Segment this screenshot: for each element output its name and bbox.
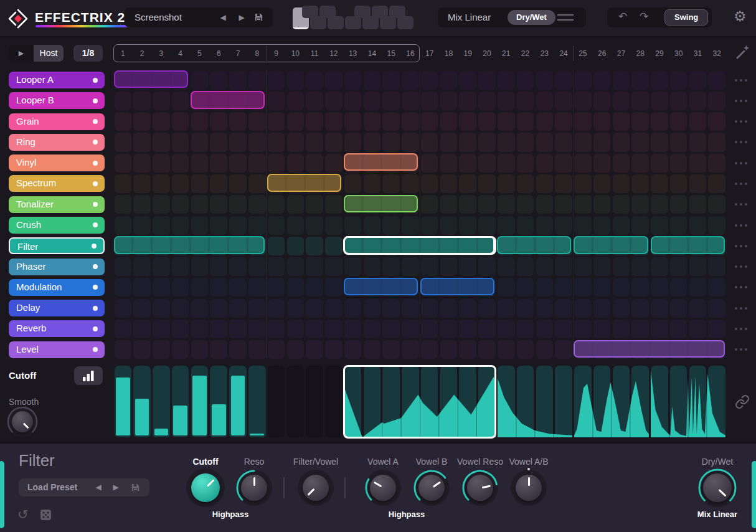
grid-cell[interactable]: [306, 237, 323, 255]
grid-cell[interactable]: [593, 216, 611, 235]
grid-cell[interactable]: [613, 154, 630, 173]
grid-cell[interactable]: [306, 216, 323, 235]
grid-cell[interactable]: [670, 174, 687, 193]
grid-cell[interactable]: [517, 299, 534, 318]
grid-cell[interactable]: [153, 299, 170, 318]
grid-cell[interactable]: [651, 320, 668, 338]
grid-cell[interactable]: [613, 92, 630, 110]
grid-cell[interactable]: [268, 340, 285, 359]
grid-cell[interactable]: [210, 195, 227, 214]
grid-cell[interactable]: [478, 340, 496, 359]
grid-cell[interactable]: [421, 112, 438, 131]
grid-cell[interactable]: [631, 320, 649, 338]
grid-cell[interactable]: [210, 320, 227, 338]
grid-cell[interactable]: [651, 154, 668, 173]
grid-cell[interactable]: [306, 154, 323, 173]
grid-cell[interactable]: [268, 112, 285, 131]
grid-cell[interactable]: [133, 320, 151, 338]
grid-cell[interactable]: [364, 112, 381, 131]
grid-cell[interactable]: [631, 174, 649, 193]
grid-cell[interactable]: [517, 340, 534, 359]
track-filter[interactable]: Filter: [9, 237, 105, 254]
grid-cell[interactable]: [115, 278, 132, 297]
grid-cell[interactable]: [689, 133, 707, 151]
track-enable-dot[interactable]: [93, 285, 98, 290]
track-enable-dot[interactable]: [93, 161, 98, 166]
grid-cell[interactable]: [268, 92, 285, 110]
grid-cell[interactable]: [459, 195, 476, 214]
grid-cell[interactable]: [115, 320, 132, 338]
grid-cell[interactable]: [248, 154, 266, 173]
grid-cell[interactable]: [536, 278, 554, 297]
grid-cell[interactable]: [459, 112, 476, 131]
grid-cell[interactable]: [555, 195, 572, 214]
grid-cell[interactable]: [306, 195, 323, 214]
grid-cell[interactable]: [421, 92, 438, 110]
dice-icon[interactable]: [40, 509, 52, 521]
grid-cell[interactable]: [459, 340, 476, 359]
effect-block-tonalizer[interactable]: [344, 195, 418, 212]
grid-cell[interactable]: [153, 174, 170, 193]
grid-cell[interactable]: [689, 278, 707, 297]
knob-vowel-a[interactable]: [370, 475, 396, 501]
grid-cell[interactable]: [593, 71, 611, 90]
grid-cell[interactable]: [172, 320, 189, 338]
grid-cell[interactable]: [382, 174, 400, 193]
grid-cell[interactable]: [708, 299, 725, 318]
grid-cell[interactable]: [382, 320, 400, 338]
grid-cell[interactable]: [708, 320, 725, 338]
grid-cell[interactable]: [421, 299, 438, 318]
grid-cell[interactable]: [574, 320, 592, 338]
selected-region-border[interactable]: [343, 365, 496, 439]
row-options-menu[interactable]: [735, 100, 747, 102]
grid-cell[interactable]: [382, 71, 400, 90]
grid-cell[interactable]: [191, 195, 209, 214]
grid-cell[interactable]: [210, 133, 227, 151]
grid-cell[interactable]: [498, 320, 515, 338]
grid-cell[interactable]: [306, 71, 323, 90]
grid-cell[interactable]: [517, 195, 534, 214]
settings-gear-icon[interactable]: ⚙: [734, 8, 747, 25]
grid-cell[interactable]: [402, 257, 419, 276]
grid-cell[interactable]: [631, 112, 649, 131]
automation-curve[interactable]: [574, 366, 649, 437]
grid-cell[interactable]: [229, 174, 247, 193]
grid-cell[interactable]: [402, 112, 419, 131]
grid-cell[interactable]: [651, 216, 668, 235]
grid-cell[interactable]: [287, 257, 305, 276]
grid-cell[interactable]: [115, 195, 132, 214]
grid-cell[interactable]: [115, 216, 132, 235]
grid-cell[interactable]: [498, 92, 515, 110]
effect-block-filter[interactable]: [114, 236, 265, 254]
grid-cell[interactable]: [402, 340, 419, 359]
grid-cell[interactable]: [115, 257, 132, 276]
grid-cell[interactable]: [287, 71, 305, 90]
automation-curve[interactable]: [498, 366, 572, 437]
grid-cell[interactable]: [670, 257, 687, 276]
grid-cell[interactable]: [325, 71, 343, 90]
grid-cell[interactable]: [555, 216, 572, 235]
grid-cell[interactable]: [210, 278, 227, 297]
grid-cell[interactable]: [517, 71, 534, 90]
grid-cell[interactable]: [229, 154, 247, 173]
row-options-menu[interactable]: [735, 162, 747, 164]
grid-cell[interactable]: [306, 133, 323, 151]
grid-cell[interactable]: [498, 278, 515, 297]
grid-cell[interactable]: [689, 257, 707, 276]
grid-cell[interactable]: [651, 174, 668, 193]
grid-cell[interactable]: [517, 133, 534, 151]
grid-cell[interactable]: [153, 92, 170, 110]
grid-cell[interactable]: [440, 257, 458, 276]
grid-cell[interactable]: [191, 71, 209, 90]
grid-cell[interactable]: [344, 92, 362, 110]
grid-cell[interactable]: [382, 112, 400, 131]
grid-cell[interactable]: [306, 92, 323, 110]
grid-cell[interactable]: [210, 112, 227, 131]
reset-icon[interactable]: ↺: [17, 507, 29, 522]
grid-cell[interactable]: [670, 154, 687, 173]
row-options-menu[interactable]: [735, 141, 747, 143]
grid-cell[interactable]: [172, 112, 189, 131]
automation-step[interactable]: [306, 366, 323, 437]
grid-cell[interactable]: [440, 216, 458, 235]
grid-cell[interactable]: [478, 133, 496, 151]
